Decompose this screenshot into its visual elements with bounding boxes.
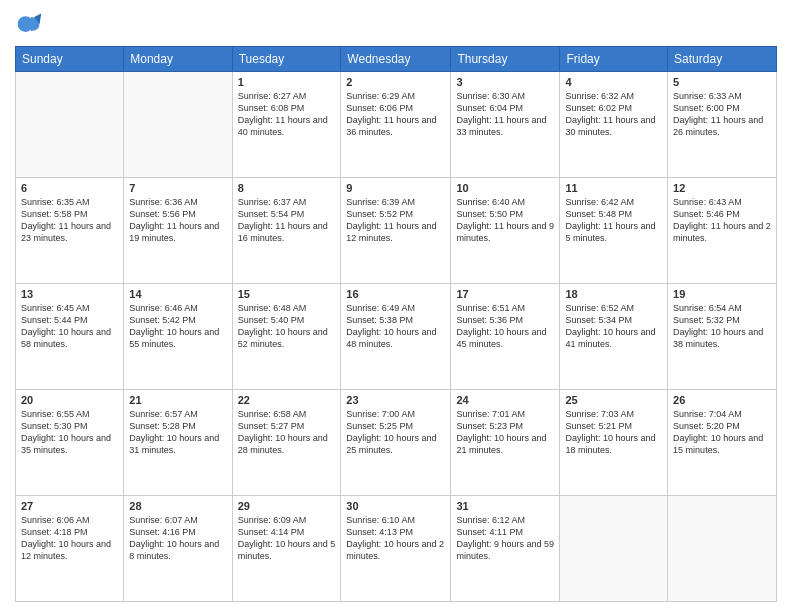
day-info: Sunrise: 6:45 AMSunset: 5:44 PMDaylight:…: [21, 302, 118, 351]
calendar-cell: 26Sunrise: 7:04 AMSunset: 5:20 PMDayligh…: [668, 390, 777, 496]
day-number: 28: [129, 500, 226, 512]
calendar-cell: 1Sunrise: 6:27 AMSunset: 6:08 PMDaylight…: [232, 72, 341, 178]
day-info: Sunrise: 6:55 AMSunset: 5:30 PMDaylight:…: [21, 408, 118, 457]
day-info: Sunrise: 6:30 AMSunset: 6:04 PMDaylight:…: [456, 90, 554, 139]
day-number: 4: [565, 76, 662, 88]
calendar-cell: 8Sunrise: 6:37 AMSunset: 5:54 PMDaylight…: [232, 178, 341, 284]
day-number: 24: [456, 394, 554, 406]
day-info: Sunrise: 6:07 AMSunset: 4:16 PMDaylight:…: [129, 514, 226, 563]
day-number: 13: [21, 288, 118, 300]
calendar-cell: 13Sunrise: 6:45 AMSunset: 5:44 PMDayligh…: [16, 284, 124, 390]
logo-icon: [15, 10, 43, 38]
calendar-cell: 21Sunrise: 6:57 AMSunset: 5:28 PMDayligh…: [124, 390, 232, 496]
calendar-cell: 7Sunrise: 6:36 AMSunset: 5:56 PMDaylight…: [124, 178, 232, 284]
day-info: Sunrise: 6:57 AMSunset: 5:28 PMDaylight:…: [129, 408, 226, 457]
day-number: 10: [456, 182, 554, 194]
day-info: Sunrise: 6:51 AMSunset: 5:36 PMDaylight:…: [456, 302, 554, 351]
calendar-cell: 30Sunrise: 6:10 AMSunset: 4:13 PMDayligh…: [341, 496, 451, 602]
weekday-header-saturday: Saturday: [668, 47, 777, 72]
day-info: Sunrise: 6:33 AMSunset: 6:00 PMDaylight:…: [673, 90, 771, 139]
day-number: 1: [238, 76, 336, 88]
day-info: Sunrise: 6:32 AMSunset: 6:02 PMDaylight:…: [565, 90, 662, 139]
weekday-header-sunday: Sunday: [16, 47, 124, 72]
day-number: 12: [673, 182, 771, 194]
day-number: 22: [238, 394, 336, 406]
calendar-cell: 19Sunrise: 6:54 AMSunset: 5:32 PMDayligh…: [668, 284, 777, 390]
weekday-header-wednesday: Wednesday: [341, 47, 451, 72]
day-info: Sunrise: 6:54 AMSunset: 5:32 PMDaylight:…: [673, 302, 771, 351]
day-info: Sunrise: 6:52 AMSunset: 5:34 PMDaylight:…: [565, 302, 662, 351]
weekday-header-tuesday: Tuesday: [232, 47, 341, 72]
calendar: SundayMondayTuesdayWednesdayThursdayFrid…: [15, 46, 777, 602]
day-number: 31: [456, 500, 554, 512]
day-info: Sunrise: 6:06 AMSunset: 4:18 PMDaylight:…: [21, 514, 118, 563]
day-number: 29: [238, 500, 336, 512]
calendar-cell: 15Sunrise: 6:48 AMSunset: 5:40 PMDayligh…: [232, 284, 341, 390]
day-info: Sunrise: 7:01 AMSunset: 5:23 PMDaylight:…: [456, 408, 554, 457]
calendar-cell: 9Sunrise: 6:39 AMSunset: 5:52 PMDaylight…: [341, 178, 451, 284]
day-info: Sunrise: 6:27 AMSunset: 6:08 PMDaylight:…: [238, 90, 336, 139]
calendar-cell: 22Sunrise: 6:58 AMSunset: 5:27 PMDayligh…: [232, 390, 341, 496]
weekday-header-thursday: Thursday: [451, 47, 560, 72]
calendar-cell: 27Sunrise: 6:06 AMSunset: 4:18 PMDayligh…: [16, 496, 124, 602]
day-info: Sunrise: 7:04 AMSunset: 5:20 PMDaylight:…: [673, 408, 771, 457]
calendar-cell: 18Sunrise: 6:52 AMSunset: 5:34 PMDayligh…: [560, 284, 668, 390]
day-info: Sunrise: 6:36 AMSunset: 5:56 PMDaylight:…: [129, 196, 226, 245]
day-number: 14: [129, 288, 226, 300]
day-info: Sunrise: 6:58 AMSunset: 5:27 PMDaylight:…: [238, 408, 336, 457]
calendar-cell: 14Sunrise: 6:46 AMSunset: 5:42 PMDayligh…: [124, 284, 232, 390]
calendar-cell: 20Sunrise: 6:55 AMSunset: 5:30 PMDayligh…: [16, 390, 124, 496]
day-info: Sunrise: 6:46 AMSunset: 5:42 PMDaylight:…: [129, 302, 226, 351]
day-info: Sunrise: 7:00 AMSunset: 5:25 PMDaylight:…: [346, 408, 445, 457]
day-number: 16: [346, 288, 445, 300]
day-info: Sunrise: 6:39 AMSunset: 5:52 PMDaylight:…: [346, 196, 445, 245]
day-number: 9: [346, 182, 445, 194]
day-number: 19: [673, 288, 771, 300]
calendar-cell: 2Sunrise: 6:29 AMSunset: 6:06 PMDaylight…: [341, 72, 451, 178]
calendar-cell: [560, 496, 668, 602]
calendar-cell: 5Sunrise: 6:33 AMSunset: 6:00 PMDaylight…: [668, 72, 777, 178]
day-info: Sunrise: 6:48 AMSunset: 5:40 PMDaylight:…: [238, 302, 336, 351]
day-info: Sunrise: 7:03 AMSunset: 5:21 PMDaylight:…: [565, 408, 662, 457]
day-number: 23: [346, 394, 445, 406]
day-info: Sunrise: 6:35 AMSunset: 5:58 PMDaylight:…: [21, 196, 118, 245]
calendar-cell: 4Sunrise: 6:32 AMSunset: 6:02 PMDaylight…: [560, 72, 668, 178]
day-info: Sunrise: 6:12 AMSunset: 4:11 PMDaylight:…: [456, 514, 554, 563]
calendar-cell: 12Sunrise: 6:43 AMSunset: 5:46 PMDayligh…: [668, 178, 777, 284]
day-number: 15: [238, 288, 336, 300]
day-info: Sunrise: 6:29 AMSunset: 6:06 PMDaylight:…: [346, 90, 445, 139]
weekday-header-friday: Friday: [560, 47, 668, 72]
day-number: 26: [673, 394, 771, 406]
day-number: 30: [346, 500, 445, 512]
day-number: 27: [21, 500, 118, 512]
day-number: 6: [21, 182, 118, 194]
logo: [15, 10, 47, 38]
calendar-cell: 3Sunrise: 6:30 AMSunset: 6:04 PMDaylight…: [451, 72, 560, 178]
day-info: Sunrise: 6:40 AMSunset: 5:50 PMDaylight:…: [456, 196, 554, 245]
calendar-cell: 28Sunrise: 6:07 AMSunset: 4:16 PMDayligh…: [124, 496, 232, 602]
weekday-header-monday: Monday: [124, 47, 232, 72]
day-info: Sunrise: 6:09 AMSunset: 4:14 PMDaylight:…: [238, 514, 336, 563]
calendar-cell: 31Sunrise: 6:12 AMSunset: 4:11 PMDayligh…: [451, 496, 560, 602]
day-info: Sunrise: 6:42 AMSunset: 5:48 PMDaylight:…: [565, 196, 662, 245]
day-number: 17: [456, 288, 554, 300]
calendar-cell: [16, 72, 124, 178]
calendar-cell: 17Sunrise: 6:51 AMSunset: 5:36 PMDayligh…: [451, 284, 560, 390]
calendar-cell: [124, 72, 232, 178]
calendar-cell: 25Sunrise: 7:03 AMSunset: 5:21 PMDayligh…: [560, 390, 668, 496]
day-number: 11: [565, 182, 662, 194]
day-number: 20: [21, 394, 118, 406]
day-number: 21: [129, 394, 226, 406]
calendar-cell: 10Sunrise: 6:40 AMSunset: 5:50 PMDayligh…: [451, 178, 560, 284]
calendar-cell: [668, 496, 777, 602]
day-number: 3: [456, 76, 554, 88]
calendar-cell: 6Sunrise: 6:35 AMSunset: 5:58 PMDaylight…: [16, 178, 124, 284]
calendar-cell: 29Sunrise: 6:09 AMSunset: 4:14 PMDayligh…: [232, 496, 341, 602]
day-number: 5: [673, 76, 771, 88]
day-info: Sunrise: 6:37 AMSunset: 5:54 PMDaylight:…: [238, 196, 336, 245]
day-number: 2: [346, 76, 445, 88]
calendar-cell: 16Sunrise: 6:49 AMSunset: 5:38 PMDayligh…: [341, 284, 451, 390]
calendar-cell: 24Sunrise: 7:01 AMSunset: 5:23 PMDayligh…: [451, 390, 560, 496]
day-number: 18: [565, 288, 662, 300]
day-number: 8: [238, 182, 336, 194]
